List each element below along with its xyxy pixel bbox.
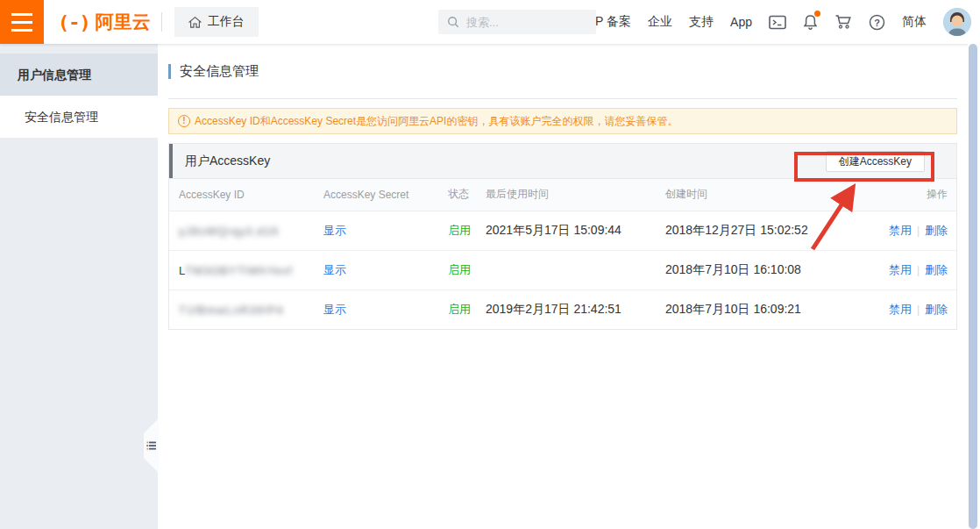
warning-banner-text: AccessKey ID和AccessKey Secret是您访问阿里云API的… <box>195 109 678 133</box>
aliyun-logo[interactable]: (-) 阿里云 <box>58 10 151 34</box>
table-row: T1fBmwLnR39!P4 显示 启用 2019年2月17日 21:42:51… <box>169 290 956 329</box>
page-title: 安全信息管理 <box>168 63 968 80</box>
svg-text:?: ? <box>874 17 880 27</box>
info-icon: ! <box>178 115 190 127</box>
aliyun-logo-text: 阿里云 <box>96 10 151 34</box>
accesskey-id-cell: yJ8sWQrqy3.d1K <box>169 211 323 250</box>
redacted-accesskey-id: T1fBmwLnR39!P4 <box>179 304 284 317</box>
cart-icon[interactable] <box>834 14 852 30</box>
accesskey-id-cell: T1fBmwLnR39!P4 <box>169 290 323 329</box>
accesskey-table: AccessKey ID AccessKey Secret 状态 最后使用时间 … <box>169 179 956 329</box>
sidebar-collapse-toggle[interactable] <box>144 418 159 473</box>
action-divider: | <box>917 264 920 276</box>
warning-banner: ! AccessKey ID和AccessKey Secret是您访问阿里云AP… <box>168 108 957 134</box>
table-header-row: AccessKey ID AccessKey Secret 状态 最后使用时间 … <box>169 179 956 211</box>
delete-link[interactable]: 删除 <box>925 303 948 316</box>
show-secret-link[interactable]: 显示 <box>323 224 346 237</box>
created-time: 2018年7月10日 16:10:08 <box>665 250 869 290</box>
main-content: 安全信息管理 ! AccessKey ID和AccessKey Secret是您… <box>158 44 968 529</box>
card-accent-bar <box>169 144 173 178</box>
console-terminal-icon[interactable] <box>769 15 786 30</box>
col-header-last-used: 最后使用时间 <box>486 179 665 211</box>
disable-link[interactable]: 禁用 <box>889 303 912 316</box>
table-row: LTM3OBYTlWhYevf 显示 启用 2018年7月10日 16:10:0… <box>169 250 956 290</box>
language-switch[interactable]: 简体 <box>902 14 927 30</box>
sidebar: 用户信息管理 安全信息管理 <box>0 44 158 529</box>
accesskey-id-cell: LTM3OBYTlWhYevf <box>169 250 323 290</box>
sidebar-group-user-info[interactable]: 用户信息管理 <box>0 54 158 96</box>
last-used-time: 2019年2月17日 21:42:51 <box>486 290 665 329</box>
help-icon[interactable]: ? <box>869 14 885 31</box>
scrollbar-thumb[interactable] <box>969 44 977 529</box>
col-header-status: 状态 <box>448 179 486 211</box>
title-accent-bar <box>168 64 171 79</box>
show-secret-link[interactable]: 显示 <box>323 303 346 316</box>
col-header-actions: 操作 <box>869 179 956 211</box>
created-time: 2018年7月10日 16:09:21 <box>665 290 869 329</box>
page-title-text: 安全信息管理 <box>180 63 259 80</box>
col-header-accesskey-id: AccessKey ID <box>169 179 323 211</box>
collapse-icon <box>146 440 157 451</box>
user-avatar[interactable] <box>943 8 971 36</box>
notification-badge <box>814 11 820 17</box>
search-box[interactable] <box>438 10 596 34</box>
workbench-label: 工作台 <box>208 14 245 30</box>
accesskey-card: 用户AccessKey 创建AccessKey AccessKey ID Acc… <box>168 143 957 330</box>
status-enabled: 启用 <box>448 303 471 316</box>
accesskey-card-header: 用户AccessKey 创建AccessKey <box>169 144 956 179</box>
action-divider: | <box>917 304 920 316</box>
menu-item-app[interactable]: App <box>730 15 752 29</box>
last-used-time <box>486 250 665 290</box>
home-icon <box>188 16 202 29</box>
menu-item-enterprise[interactable]: 企业 <box>648 14 672 30</box>
show-secret-link[interactable]: 显示 <box>323 263 346 276</box>
status-enabled: 启用 <box>448 263 471 276</box>
redacted-accesskey-id: TM3OBYTlWhYevf <box>185 264 293 277</box>
col-header-created: 创建时间 <box>665 179 869 211</box>
sidebar-item-security-info[interactable]: 安全信息管理 <box>0 96 158 138</box>
disable-link[interactable]: 禁用 <box>889 263 912 276</box>
table-row: yJ8sWQrqy3.d1K 显示 启用 2021年5月17日 15:09:44… <box>169 211 956 250</box>
delete-link[interactable]: 删除 <box>925 263 948 276</box>
navbar-divider <box>161 12 162 32</box>
search-icon <box>447 16 459 28</box>
hamburger-menu-button[interactable] <box>0 0 44 44</box>
accesskey-section-title: 用户AccessKey <box>185 154 270 169</box>
vertical-scrollbar[interactable] <box>968 44 980 529</box>
workbench-button[interactable]: 工作台 <box>174 7 259 37</box>
title-divider <box>168 98 957 99</box>
status-enabled: 启用 <box>448 224 471 237</box>
top-navbar: (-) 阿里云 工作台 费用 工单 ICP 备案 企业 支持 App <box>0 0 980 44</box>
notification-bell-icon[interactable] <box>803 14 818 31</box>
create-accesskey-button[interactable]: 创建AccessKey <box>826 151 925 172</box>
disable-link[interactable]: 禁用 <box>889 224 912 237</box>
redacted-accesskey-id: yJ8sWQrqy3.d1K <box>179 225 280 238</box>
col-header-accesskey-secret: AccessKey Secret <box>323 179 448 211</box>
delete-link[interactable]: 删除 <box>925 224 948 237</box>
action-divider: | <box>917 225 920 237</box>
last-used-time: 2021年5月17日 15:09:44 <box>486 211 665 250</box>
search-input[interactable] <box>466 16 580 29</box>
aliyun-logo-icon: (-) <box>58 11 90 33</box>
menu-item-support[interactable]: 支持 <box>689 14 714 30</box>
created-time: 2018年12月27日 15:02:52 <box>665 211 869 250</box>
